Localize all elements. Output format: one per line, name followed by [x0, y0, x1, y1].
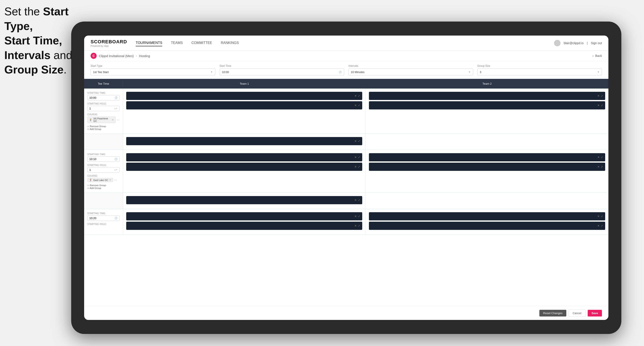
slot-close-g3-t1-2[interactable]: ✕: [354, 224, 357, 227]
th-team1: Team 1: [123, 81, 366, 86]
th-team2: Team 2: [366, 81, 608, 86]
starting-hole-input-2a[interactable]: 1 ▲▼: [88, 167, 120, 173]
slot-expand-g2-t2-2[interactable]: ⤢: [601, 165, 603, 168]
course-tag-2a: 🏌 East Lake GC ✕: [88, 178, 113, 182]
start-time-group: Start Time 10:00 🕐: [220, 64, 344, 75]
team1-col-1b: ✕ ⤢: [123, 134, 366, 150]
course-remove-2a[interactable]: ✕: [109, 178, 111, 181]
slot-expand-icon-t1-1[interactable]: ⤢: [358, 94, 360, 97]
starting-time-input-2a[interactable]: 10:10 🕐: [88, 157, 120, 162]
group-row-1b: ✕ ⤢: [84, 134, 608, 150]
group-row-1a: STARTING TIME: 10:00 🕐 STARTING HOLE: 1 …: [84, 89, 608, 134]
starting-time-input-3a[interactable]: 10:20 🕐: [88, 215, 120, 221]
course-expand-2a[interactable]: ⋯: [114, 178, 117, 182]
start-time-select[interactable]: 10:00 🕐: [220, 68, 344, 75]
nav-tournaments[interactable]: TOURNAMENTS: [136, 40, 162, 46]
slot-close-g3-t1-1[interactable]: ✕: [354, 215, 357, 218]
slot-expand-icon-t1-3[interactable]: ⤢: [358, 140, 360, 143]
back-arrow-icon: ‹: [592, 54, 594, 57]
remove-group-label-1a: Remove Group: [90, 125, 106, 128]
reset-changes-button[interactable]: Reset Changes: [539, 310, 566, 317]
start-type-value: 1st Tee Start: [93, 70, 109, 74]
add-group-btn-1a[interactable]: + Add Group: [88, 128, 120, 130]
slot-close-g3-t2-2[interactable]: ✕: [598, 224, 600, 227]
slot-close-g2-t2-1[interactable]: ✕: [598, 156, 600, 159]
slot-expand-g2-t1-3[interactable]: ⤢: [358, 199, 360, 202]
start-type-select[interactable]: 1st Tee Start ▼: [90, 68, 215, 75]
start-type-group: Start Type 1st Tee Start ▼: [90, 64, 215, 75]
course-expand-1a[interactable]: ⋯: [117, 118, 120, 122]
breadcrumb-tournament[interactable]: Clippd Invitational (Men): [99, 54, 134, 58]
start-time-value: 10:00: [222, 70, 229, 74]
slot-expand-g3-t1-1[interactable]: ⤢: [358, 215, 360, 218]
course-remove-1a[interactable]: ✕: [112, 119, 114, 121]
user-avatar: [554, 40, 560, 46]
starting-time-input-1a[interactable]: 10:00 🕐: [88, 95, 120, 100]
slot-close-g2-t1-1[interactable]: ✕: [354, 156, 357, 159]
starting-time-val-1a: 10:00: [89, 96, 96, 99]
user-email: blair@clippd.io: [564, 41, 584, 45]
slot-expand-g3-t1-2[interactable]: ⤢: [358, 224, 360, 227]
starting-hole-val-2a: 1: [89, 168, 91, 172]
hole-spinners-1a: ▲▼: [114, 108, 118, 109]
remove-group-btn-1a[interactable]: ○ Remove Group: [88, 125, 120, 128]
group-size-group: Group Size 3 ▼: [478, 64, 602, 75]
player-slot-t2-1: ✕ ⤢: [369, 92, 605, 100]
starting-hole-label-3a: STARTING HOLE:: [88, 223, 120, 225]
annotation-bold-2: Start Time,: [4, 34, 62, 47]
back-label: Back: [595, 54, 602, 57]
add-group-label-2a: Add Group: [90, 187, 101, 189]
slot-close-g3-t2-1[interactable]: ✕: [598, 215, 600, 218]
remove-group-circle-icon-1a: ○: [88, 125, 89, 128]
slot-expand-g2-t2-1[interactable]: ⤢: [601, 156, 603, 159]
slot-expand-g2-t1-1[interactable]: ⤢: [358, 156, 360, 159]
remove-group-label-2a: Remove Group: [90, 184, 106, 186]
slot-close-icon-t1-2[interactable]: ✕: [354, 104, 357, 107]
slot-expand-icon-t2-1[interactable]: ⤢: [601, 94, 603, 97]
sign-out-link[interactable]: Sign out: [591, 41, 602, 45]
slot-close-icon-t2-2[interactable]: ✕: [598, 104, 600, 107]
slot-close-g2-t1-3[interactable]: ✕: [354, 199, 357, 202]
slot-close-icon-t1-1[interactable]: ✕: [354, 94, 357, 97]
team2-col-1a: ✕ ⤢ ✕ ⤢: [366, 89, 608, 134]
slot-expand-g2-t1-2[interactable]: ⤢: [358, 165, 360, 168]
starting-time-val-3a: 10:20: [89, 216, 96, 220]
player-slot-icons-g2-t1-2: ✕ ⤢: [354, 165, 360, 168]
group-size-select[interactable]: 3 ▼: [478, 68, 602, 75]
player-slot-icons-g3-t1-1: ✕ ⤢: [354, 215, 360, 218]
nav-committee[interactable]: COMMITTEE: [191, 40, 212, 46]
slot-expand-icon-t1-2[interactable]: ⤢: [358, 104, 360, 107]
hole-spinners-2a: ▲▼: [114, 169, 118, 171]
remove-group-btn-2a[interactable]: ○ Remove Group: [88, 184, 120, 187]
slot-close-g2-t2-2[interactable]: ✕: [598, 165, 600, 168]
slot-expand-icon-t2-2[interactable]: ⤢: [601, 104, 603, 107]
slot-expand-g3-t2-2[interactable]: ⤢: [601, 224, 603, 227]
nav-links: TOURNAMENTS TEAMS COMMITTEE RANKINGS: [136, 40, 554, 46]
player-slot-icons-t1-2: ✕ ⤢: [354, 104, 360, 107]
player-slot-g2-t1-2: ✕ ⤢: [126, 163, 362, 171]
back-button[interactable]: ‹ Back: [592, 54, 602, 57]
starting-hole-input-1a[interactable]: 1 ▲▼: [88, 106, 120, 111]
nav-teams[interactable]: TEAMS: [171, 40, 183, 46]
player-slot-icons-t1-1: ✕ ⤢: [354, 94, 360, 97]
slot-close-icon-t2-1[interactable]: ✕: [598, 94, 600, 97]
intervals-select[interactable]: 10 Minutes ▼: [348, 68, 473, 75]
course-label-1a: COURSE:: [88, 113, 120, 116]
team2-col-2b: [366, 193, 608, 209]
pipe-separator: |: [587, 41, 588, 45]
slot-close-icon-t1-3[interactable]: ✕: [354, 140, 357, 143]
slot-close-g2-t1-2[interactable]: ✕: [354, 165, 357, 168]
player-slot-icons-t2-2: ✕ ⤢: [598, 104, 603, 107]
save-button[interactable]: Save: [588, 310, 602, 317]
player-slot-icons-g2-t2-2: ✕ ⤢: [598, 165, 603, 168]
slot-expand-g3-t2-1[interactable]: ⤢: [601, 215, 603, 218]
player-slot-icons-g2-t1-1: ✕ ⤢: [354, 156, 360, 159]
team1-col-1a: ✕ ⤢ ✕ ⤢: [123, 89, 366, 134]
annotation-text: Set the Start Type, Start Time, Interval…: [4, 4, 73, 77]
add-group-btn-2a[interactable]: + Add Group: [88, 187, 120, 189]
intervals-value: 10 Minutes: [351, 70, 364, 74]
player-slot-icons-g3-t1-2: ✕ ⤢: [354, 224, 360, 227]
player-slot-icons-t2-1: ✕ ⤢: [598, 94, 603, 97]
cancel-button[interactable]: Cancel: [568, 310, 585, 317]
nav-rankings[interactable]: RANKINGS: [221, 40, 239, 46]
